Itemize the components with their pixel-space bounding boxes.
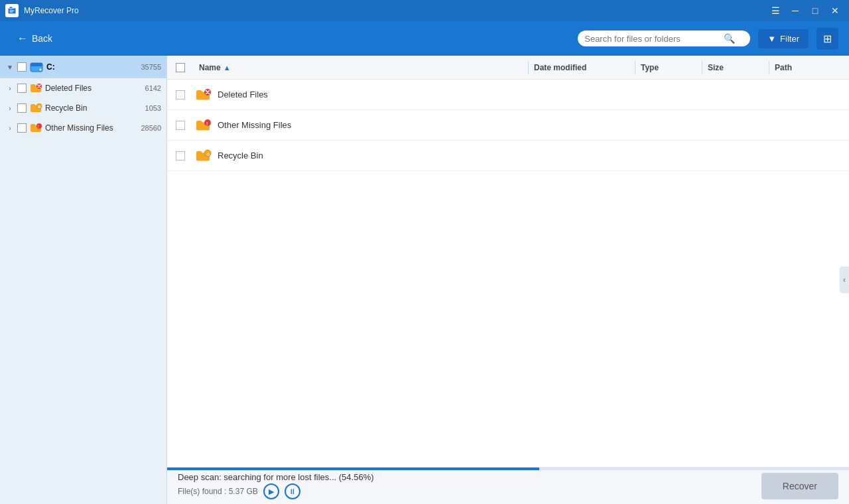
search-icon: 🔍 [724, 33, 735, 44]
table-body: Deleted Files ! Other Missing Files [167, 80, 849, 467]
svg-rect-1 [9, 7, 13, 9]
progress-container [167, 468, 849, 470]
menu-button[interactable]: ☰ [767, 3, 784, 19]
view-button[interactable]: ⊞ [816, 28, 838, 50]
drive-count: 35755 [141, 63, 161, 71]
other-missing-label: Other Missing Files [45, 123, 138, 133]
search-box: 🔍 [578, 31, 750, 46]
type-column-header[interactable]: Type [635, 63, 702, 72]
sidebar-item-other-missing[interactable]: › ! Other Missing Files 28560 [0, 118, 166, 138]
path-column-header[interactable]: Path [769, 63, 849, 72]
back-label: Back [32, 33, 52, 44]
name-column-header[interactable]: Name ▲ [194, 63, 528, 72]
recycle-bin-label: Recycle Bin [45, 103, 143, 113]
window-controls: ☰ ─ □ ✕ [767, 3, 844, 19]
maximize-button[interactable]: □ [807, 3, 824, 19]
svg-text:!: ! [38, 125, 39, 129]
svg-point-4 [39, 68, 42, 71]
svg-text:!: ! [206, 121, 208, 125]
status-bar: Deep scan: searching for more lost files… [167, 467, 849, 504]
row-checkbox-cell [167, 151, 194, 160]
main-layout: ▼ C: 35755 › Deleted Files 6142 › [0, 56, 849, 504]
recycle-bin-count: 1053 [145, 104, 161, 112]
recycle-bin-folder-icon: ♻ [29, 101, 42, 115]
header-checkbox-cell [167, 63, 194, 72]
other-missing-checkbox[interactable] [17, 123, 27, 133]
app-title: MyRecover Pro [24, 6, 767, 15]
select-all-checkbox[interactable] [176, 63, 185, 72]
row-checkbox[interactable] [176, 90, 185, 99]
size-column-header[interactable]: Size [702, 63, 769, 72]
progress-bar [167, 468, 539, 470]
files-found-label: File(s) found : 5.37 GB [178, 487, 258, 496]
close-button[interactable]: ✕ [826, 3, 844, 19]
files-found-text: File(s) found : 5.37 GB ▶ ⏸ [178, 483, 753, 499]
search-input[interactable] [584, 34, 724, 44]
missing-folder-icon: ! [29, 121, 42, 135]
back-button[interactable]: ← Back [11, 29, 59, 48]
deleted-folder-icon [29, 82, 42, 95]
deleted-files-checkbox[interactable] [17, 84, 27, 93]
chevron-right-icon: › [5, 103, 15, 113]
row-checkbox-cell [167, 121, 194, 130]
drive-label: C: [46, 62, 138, 72]
table-header: Name ▲ Date modified Type Size Path [167, 56, 849, 80]
row-checkbox[interactable] [176, 151, 185, 160]
row-name: Other Missing Files [212, 120, 531, 130]
sidebar-item-deleted-files[interactable]: › Deleted Files 6142 [0, 78, 166, 98]
drive-icon [29, 60, 44, 74]
chevron-right-icon: › [5, 84, 15, 93]
deleted-files-label: Deleted Files [45, 84, 143, 93]
row-name: Recycle Bin [212, 151, 531, 160]
row-checkbox-cell [167, 90, 194, 99]
filter-icon: ▼ [767, 34, 776, 44]
chevron-right-icon: › [5, 123, 15, 133]
scan-status-text: Deep scan: searching for more lost files… [178, 472, 753, 482]
other-missing-count: 28560 [141, 124, 161, 132]
recycle-bin-row-icon: ♻ [194, 147, 212, 165]
sort-icon: ▲ [224, 64, 231, 72]
sidebar-item-drive[interactable]: ▼ C: 35755 [0, 56, 166, 78]
missing-files-row-icon: ! [194, 116, 212, 135]
recover-button[interactable]: Recover [761, 473, 838, 499]
sidebar: ▼ C: 35755 › Deleted Files 6142 › [0, 56, 167, 504]
deleted-files-count: 6142 [145, 84, 161, 92]
back-arrow-icon: ← [17, 32, 28, 44]
status-text: Deep scan: searching for more lost files… [178, 472, 753, 499]
recycle-bin-checkbox[interactable] [17, 103, 27, 113]
table-row[interactable]: ♻ Recycle Bin [167, 141, 849, 171]
toolbar: ← Back 🔍 ▼ Filter ⊞ [0, 21, 849, 56]
pause-button[interactable]: ⏸ [285, 483, 300, 499]
drive-checkbox[interactable] [17, 62, 27, 72]
svg-rect-3 [31, 63, 42, 66]
filter-button[interactable]: ▼ Filter [758, 29, 809, 48]
filter-label: Filter [780, 34, 799, 44]
minimize-button[interactable]: ─ [787, 3, 804, 19]
chevron-down-icon: ▼ [5, 62, 15, 72]
play-button[interactable]: ▶ [263, 483, 279, 499]
table-row[interactable]: ! Other Missing Files [167, 110, 849, 141]
deleted-files-row-icon [194, 86, 212, 104]
table-row[interactable]: Deleted Files [167, 80, 849, 110]
sidebar-item-recycle-bin[interactable]: › ♻ Recycle Bin 1053 [0, 98, 166, 118]
app-icon [5, 4, 19, 17]
date-column-header[interactable]: Date modified [529, 63, 635, 72]
collapse-panel-handle[interactable]: ‹ [840, 267, 849, 293]
title-bar: MyRecover Pro ☰ ─ □ ✕ [0, 0, 849, 21]
row-checkbox[interactable] [176, 121, 185, 130]
row-name: Deleted Files [212, 90, 531, 99]
content-area: Name ▲ Date modified Type Size Path [167, 56, 849, 504]
svg-text:♻: ♻ [206, 152, 210, 156]
